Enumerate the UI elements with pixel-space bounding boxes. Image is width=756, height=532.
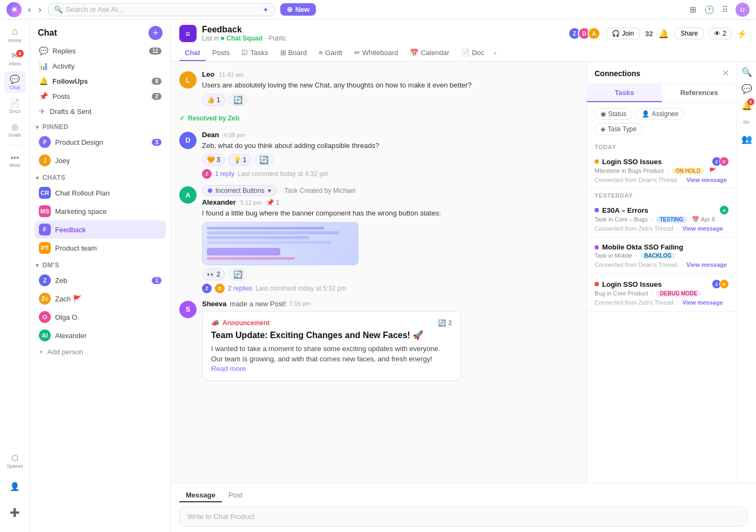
activity-icon: 📊 [39, 62, 48, 70]
tab-gantt[interactable]: ≡ Gantt [313, 45, 347, 61]
conn-tab-references[interactable]: References [662, 84, 737, 102]
connections-title: Connections [595, 69, 640, 78]
sidebar-item-product-team[interactable]: PT Product team [35, 239, 166, 257]
sidebar-item-posts[interactable]: 📌 Posts 2 [35, 89, 166, 104]
rail-add-member[interactable]: ➕ [4, 502, 26, 523]
sidebar-item-olga[interactable]: O Olga O. [35, 308, 166, 326]
user-avatar[interactable]: U [735, 3, 750, 17]
right-search-icon[interactable]: 🔍 [741, 67, 752, 77]
message-input-box[interactable]: Write to Chat Product [179, 507, 747, 527]
filter-task-type[interactable]: ◈ Task Type [595, 123, 643, 135]
product-team-avatar: PT [39, 242, 51, 254]
sidebar-item-joey[interactable]: J Joey [35, 151, 166, 170]
dean-reaction-add[interactable]: 🔄 [254, 154, 273, 166]
login-sso-status-badge: ON HOLD [672, 167, 704, 174]
task-tag-label: Incorrect Buttons [215, 187, 265, 194]
pinned-section-header[interactable]: ▼ Pinned [30, 119, 170, 133]
sidebar-item-feedback[interactable]: F Feedback [35, 220, 166, 239]
rail-goals[interactable]: ◎ Goals [4, 119, 26, 140]
sidebar-item-followups[interactable]: 🔔 FollowUps 8 [35, 73, 166, 89]
login-sso-view-link[interactable]: View message [686, 177, 727, 183]
sidebar-item-zeb[interactable]: Z Zeb 1 [35, 271, 166, 289]
input-tab-message[interactable]: Message [179, 489, 222, 502]
rail-inbox[interactable]: 4 ✉ Inbox [4, 48, 26, 69]
dean-thread[interactable]: Z 1 reply Last comment today at 4:32 pm [202, 169, 578, 179]
login-sso-2-avatar-2: D [719, 279, 729, 289]
sidebar-item-activity[interactable]: 📊 Activity [35, 58, 166, 73]
sidebar-item-drafts[interactable]: ✈ Drafts & Sent [35, 104, 166, 119]
conn-tab-tasks[interactable]: Tasks [587, 84, 662, 102]
right-members-icon[interactable]: 👥 [741, 134, 752, 144]
share-button[interactable]: Share [674, 28, 704, 39]
right-mini-panel: 🔍 💬 🔔 2 ✏ 👥 [737, 62, 756, 483]
add-tab-button[interactable]: + [491, 46, 500, 60]
chat-rollout-avatar: CR [39, 187, 51, 199]
input-tabs: Message Post [179, 489, 747, 502]
pinned-arrow-icon: ▼ [35, 124, 40, 130]
clock-icon[interactable]: 🕐 [704, 5, 714, 15]
add-person-button[interactable]: + Add person [35, 345, 166, 359]
search-bar[interactable]: 🔍 Search or Ask AI... ✦ [48, 3, 275, 16]
join-button[interactable]: 🎧 Join [606, 28, 640, 39]
incorrect-buttons-tag[interactable]: Incorrect Buttons ▾ [202, 185, 277, 196]
rail-more[interactable]: ••• More [4, 150, 26, 171]
bell-icon[interactable]: 🔔 [658, 29, 669, 39]
tab-posts[interactable]: Posts [207, 45, 235, 61]
alexander-reaction-eyes[interactable]: 👀2 [202, 268, 225, 280]
sidebar-item-marketing-space[interactable]: MS Marketing space [35, 202, 166, 220]
sidebar-item-product-design[interactable]: P Product Design 3 [35, 133, 166, 151]
login-sso-2-view-link[interactable]: View message [683, 299, 723, 306]
alexander-thread[interactable]: Z D 2 replies Last comment today at 5:32… [202, 284, 578, 293]
right-chat-icon[interactable]: 💬 [741, 84, 752, 94]
conn-section-today: Today [587, 140, 737, 151]
rail-docs[interactable]: 📄 Docs [4, 95, 26, 117]
filter-status[interactable]: ◉ Status [595, 108, 632, 120]
right-notify-icon[interactable]: 🔔 2 [741, 100, 752, 111]
nav-forward-icon[interactable]: › [37, 4, 42, 16]
leo-reaction-thumbsup[interactable]: 👍 1 [202, 94, 225, 106]
dean-author: Dean [202, 131, 219, 139]
new-button[interactable]: ⊕ New [280, 3, 316, 16]
input-tab-post[interactable]: Post [222, 489, 249, 502]
read-more-link[interactable]: Read more [211, 365, 452, 373]
message-dean: D Dean 4:08 pm Zeb, what do you think ab… [179, 131, 578, 179]
sidebar-item-replies[interactable]: 💬 Replies 12 [35, 43, 166, 58]
tab-chat[interactable]: Chat [179, 45, 206, 61]
tab-whiteboard[interactable]: ✏ Whiteboard [349, 45, 403, 61]
app-logo[interactable]: ☀ [6, 2, 22, 17]
connections-close-icon[interactable]: ✕ [722, 68, 729, 78]
chats-section-header[interactable]: ▼ Chats [30, 170, 170, 184]
leo-reaction-add[interactable]: 🔄 [228, 94, 247, 106]
tab-doc[interactable]: 📄 Doc [456, 45, 490, 61]
rail-divider [8, 145, 23, 145]
tab-board[interactable]: ⊞ Board [275, 45, 313, 61]
watch-button[interactable]: 👁 2 [709, 28, 731, 39]
star-icon[interactable]: ⚡ [737, 29, 747, 39]
dean-reaction-heart[interactable]: 🧡3 [202, 154, 225, 166]
right-edit-icon[interactable]: ✏ [743, 117, 750, 127]
sidebar-item-chat-rollout[interactable]: CR Chat Rollout Plan [35, 184, 166, 202]
dms-arrow-icon: ▼ [35, 262, 40, 268]
tab-calendar[interactable]: 📅 Calendar [404, 45, 455, 61]
e30a-from: Connected from Zeb's Thread · View messa… [595, 225, 729, 232]
filter-assignee[interactable]: 👤 Assignee [636, 108, 684, 120]
sidebar-nav-section: 💬 Replies 12 📊 Activity 🔔 FollowUps 8 📌 … [30, 43, 170, 119]
mobile-okta-view-link[interactable]: View message [686, 261, 727, 268]
rail-chat[interactable]: 💬 Chat [4, 71, 26, 93]
mobile-okta-dot [595, 245, 599, 250]
nav-back-icon[interactable]: ‹ [27, 4, 32, 16]
sidebar-item-alexander[interactable]: Al Alexander [35, 326, 166, 345]
tab-tasks[interactable]: ☑ Tasks [236, 45, 273, 61]
e30a-view-link[interactable]: View message [683, 225, 723, 232]
sidebar-item-zach[interactable]: Zc Zach 🚩 [35, 289, 166, 308]
dms-section-header[interactable]: ▼ DM's [30, 257, 170, 271]
dean-reaction-bulb[interactable]: 💡1 [228, 154, 252, 166]
member-count: 32 [645, 30, 653, 38]
sidebar-add-button[interactable]: + [148, 26, 163, 40]
apps-icon[interactable]: ⠿ [722, 5, 728, 15]
grid-icon[interactable]: ⊞ [690, 5, 697, 15]
rail-home[interactable]: ⌂ Home [4, 24, 26, 45]
alexander-reaction-add[interactable]: 🔄 [228, 268, 247, 280]
rail-profile[interactable]: 👤 [4, 476, 26, 497]
rail-spaces[interactable]: ⬡ Spaces [4, 450, 26, 472]
